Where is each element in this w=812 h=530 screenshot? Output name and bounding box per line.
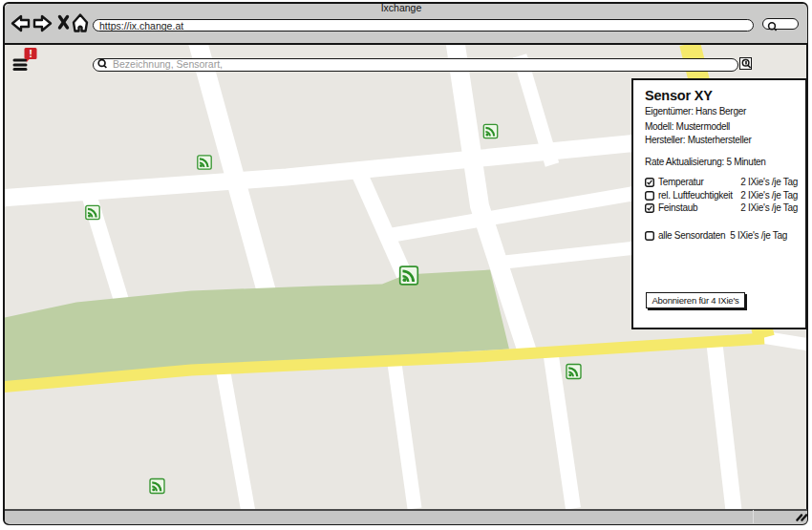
svg-text:!: ! — [29, 48, 32, 59]
